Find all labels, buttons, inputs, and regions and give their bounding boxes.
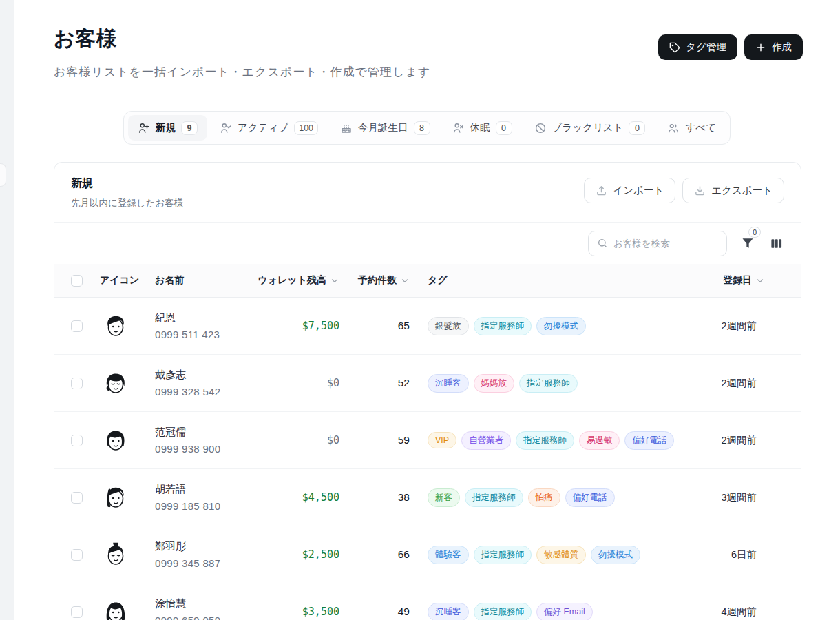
card-title: 新規 [71,176,183,191]
tag-pill: 指定服務師 [474,546,532,564]
funnel-icon [741,236,755,250]
page-title: お客様 [54,25,430,53]
row-checkbox[interactable] [71,378,83,389]
booking-count: 66 [398,548,410,561]
card-header: 新規 先月以内に登録したお客様 インポート エクスポート [54,163,801,223]
table-row[interactable]: 紀恩0999 511 423$7,50065銀髮族指定服務師勿擾模式2週間前 [54,298,801,355]
card-header-actions: インポート エクスポート [584,178,784,203]
export-button[interactable]: エクスポート [682,178,784,203]
tag-manage-label: タグ管理 [686,41,726,54]
tag-pill: 指定服務師 [474,317,532,335]
tag-pill: 體驗客 [428,546,469,564]
table-row[interactable]: 涂怡慧0999 659 059$3,50049沉睡客指定服務師偏好 Email4… [54,583,801,620]
tag-pill: 指定服務師 [516,431,574,450]
tag-pill: 媽媽族 [474,374,515,393]
import-button[interactable]: インポート [584,178,675,203]
customers-page: お客様 お客様リストを一括インポート・エクスポート・作成で管理します タグ管理 … [14,0,840,620]
col-bookings[interactable]: 予約件数 [339,274,410,287]
tab-birthday[interactable]: 今月誕生日8 [330,115,440,141]
col-tags: タグ [410,274,680,287]
registered-date: 6日前 [731,548,757,561]
avatar [100,367,132,399]
select-all-checkbox[interactable] [71,275,83,287]
tag-manage-button[interactable]: タグ管理 [658,34,737,60]
customer-name: 范冠儒 [155,426,220,439]
filter-button[interactable]: 0 [739,235,756,251]
row-checkbox[interactable] [71,320,83,332]
search-icon [597,238,608,249]
tab-blacklist[interactable]: ブラックリスト0 [525,115,655,141]
wallet-balance: $4,500 [302,491,339,504]
table-row[interactable]: 胡若語0999 185 810$4,50038新客指定服務師怕痛偏好電話3週間前 [54,469,801,526]
customer-phone: 0999 185 810 [155,500,220,512]
table-row[interactable]: 戴彥志0999 328 542$052沉睡客媽媽族指定服務師2週間前 [54,355,801,412]
customer-phone: 0999 345 887 [155,557,220,569]
tag-pill: 偏好電話 [624,431,674,450]
registered-date: 4週間前 [721,606,757,619]
cake-icon [340,122,353,134]
booking-count: 59 [398,434,410,446]
customer-phone: 0999 328 542 [155,386,220,397]
tag-pill: 偏好電話 [565,488,615,507]
person-check-icon [220,122,232,134]
booking-count: 49 [398,606,410,618]
table-toolbar: 0 [54,223,801,264]
row-checkbox[interactable] [71,492,83,504]
col-bookings-label: 予約件数 [358,274,397,287]
tags-cell: 沉睡客媽媽族指定服務師 [410,374,680,393]
customer-name: 鄭羽彤 [155,540,220,553]
tab-dormant[interactable]: 休眠0 [443,115,522,141]
col-icon: アイコン [100,274,155,287]
avatar [100,424,132,456]
customer-name: 戴彥志 [155,369,220,382]
tab-count-badge: 8 [414,121,430,135]
page-heading-block: お客様 お客様リストを一括インポート・エクスポート・作成で管理します [54,25,430,80]
wallet-balance: $0 [327,377,339,389]
registered-date: 2週間前 [721,320,757,333]
tab-new[interactable]: 新規9 [128,115,207,141]
import-label: インポート [613,184,664,197]
columns-button[interactable] [768,236,784,251]
create-label: 作成 [772,41,792,54]
chevron-down-icon [330,276,339,285]
export-label: エクスポート [711,184,773,197]
row-checkbox[interactable] [71,606,83,618]
chevron-down-icon [755,276,765,285]
col-wallet[interactable]: ウォレット残高 [232,274,339,287]
table-row[interactable]: 鄭羽彤0999 345 887$2,50066體驗客指定服務師敏感體質勿擾模式6… [54,526,801,583]
ban-icon [534,122,547,134]
customer-phone: 0999 511 423 [155,329,220,340]
tag-pill: VIP [428,432,456,448]
tags-cell: 體驗客指定服務師敏感體質勿擾模式 [410,546,680,564]
avatar [100,482,132,513]
tag-pill: 指定服務師 [519,374,578,393]
registered-date: 3週間前 [721,491,757,504]
tab-count-badge: 9 [181,121,198,135]
registered-date: 2週間前 [721,434,757,447]
person-plus-icon [138,122,150,134]
create-button[interactable]: 作成 [744,34,803,60]
wallet-balance: $3,500 [302,606,339,618]
avatar [100,596,132,620]
tags-cell: 新客指定服務師怕痛偏好電話 [410,488,680,507]
tag-pill: 新客 [428,488,460,507]
row-checkbox[interactable] [71,549,83,561]
table-row[interactable]: 范冠儒0999 938 900$059VIP自營業者指定服務師易過敏偏好電話2週… [54,412,801,469]
tab-label: 新規 [156,121,176,134]
tag-pill: 銀髮族 [428,317,469,335]
tag-icon [669,42,680,53]
col-registered[interactable]: 登録日 [680,274,784,287]
avatar [100,539,132,570]
tag-pill: 怕痛 [528,488,560,507]
row-checkbox[interactable] [71,435,83,446]
wallet-balance: $7,500 [302,320,339,332]
tab-all[interactable]: すべて [658,115,726,141]
person-x-icon [452,122,465,134]
sidebar-drawer-handle[interactable] [0,163,6,187]
customer-name: 紀恩 [155,311,220,324]
search-input[interactable] [613,238,718,249]
filter-count-badge: 0 [748,227,761,238]
tag-pill: 敏感體質 [536,546,586,564]
tab-active[interactable]: アクティブ100 [210,115,328,141]
wallet-balance: $2,500 [302,548,339,561]
